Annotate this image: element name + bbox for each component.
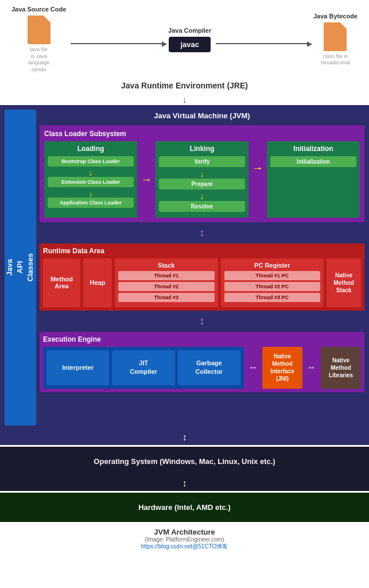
heap-box: Heap xyxy=(83,258,112,307)
arrow-down-2: ↓ xyxy=(48,189,134,198)
pc-thread1-btn: Thread #1 PC xyxy=(224,271,321,280)
init-box: Initialization Initialization xyxy=(267,141,360,218)
bytecode-file-icon xyxy=(324,22,347,51)
rda-title: Runtime Data Area xyxy=(43,247,361,255)
pc-thread3-btn: Thread #3 PC xyxy=(224,293,321,302)
stack-box: Stack Thread #1 Thread #2 Thread #3 xyxy=(115,258,218,307)
bytecode-label: Java Bytecode xyxy=(313,13,358,20)
source-label: Java Source Code xyxy=(11,6,66,13)
watermark: https://blog.csdn.net@51CTO博客 xyxy=(6,543,363,551)
linking-title: Linking xyxy=(159,145,245,153)
bytecode-desc: class file in hexadecimal xyxy=(321,53,350,67)
os-section: Operating System (Windows, Mac, Linux, U… xyxy=(0,447,369,476)
exec-right-arrow: ↔ xyxy=(306,347,317,389)
pc-thread2-btn: Thread #2 PC xyxy=(224,282,321,291)
runtime-data-area: Runtime Data Area Method Area Heap Stack… xyxy=(40,243,364,311)
loading-title: Loading xyxy=(48,145,134,153)
stack-title: Stack xyxy=(118,262,215,269)
cls-h-arrow2: → xyxy=(252,141,263,218)
hardware-label: Hardware (Intel, AMD etc.) xyxy=(138,503,231,512)
jre-label: Java Runtime Environment (JRE) xyxy=(0,76,369,95)
source-block: Java Source Code java file in Java langu… xyxy=(11,6,66,74)
cls-inner: Loading Bootstrap Class Loader ↓ Extensi… xyxy=(44,141,360,218)
jit-box: JIT Compiler xyxy=(112,350,174,385)
cls-h-arrow: → xyxy=(141,141,152,218)
exec-inner: Interpreter JIT Compiler Garbage Collect… xyxy=(43,347,361,389)
javac-button[interactable]: javac xyxy=(169,37,211,52)
jre-arrow: ↓ xyxy=(0,95,369,105)
bytecode-block: Java Bytecode class file in hexadecimal xyxy=(313,13,358,67)
os-hw-arrow: ↕ xyxy=(0,476,369,491)
init-btn[interactable]: Initialization xyxy=(270,156,356,167)
java-api-label: Java API Classes xyxy=(5,253,36,281)
compiler-label: Java Compiler xyxy=(168,27,211,34)
gc-box: Garbage Collector xyxy=(178,350,240,385)
interpreter-box: Interpreter xyxy=(46,350,109,385)
extension-loader-btn[interactable]: Extension Class Loader xyxy=(48,177,134,187)
rda-inner: Method Area Heap Stack Thread #1 Thread … xyxy=(43,258,361,307)
cls-title: Class Loader Subsystem xyxy=(44,130,360,138)
nml-box: Native Method Libraries xyxy=(321,347,361,389)
jvm-container: Java API Classes Java Virtual Machine (J… xyxy=(0,105,369,430)
class-loader-subsystem: Class Loader Subsystem Loading Bootstrap… xyxy=(40,125,364,222)
nmi-box: Native Method Interface (JNI) xyxy=(262,347,302,389)
verify-btn[interactable]: Verify xyxy=(159,156,245,167)
compiler-block: Java Compiler javac xyxy=(168,27,211,52)
source-desc: java file in Java language syntax xyxy=(28,47,49,74)
pc-register-box: PC Register Thread #1 PC Thread #2 PC Th… xyxy=(221,258,324,307)
bootstrap-loader-btn[interactable]: Bootstrap Class Loader xyxy=(48,156,134,167)
arrow-down-1: ↓ xyxy=(48,169,134,177)
footer-section: JVM Architecture (Image: PlatformEnginee… xyxy=(0,522,369,556)
resolve-btn[interactable]: Resolve xyxy=(159,201,245,212)
init-title: Initialization xyxy=(270,145,356,153)
prepare-btn[interactable]: Prepare xyxy=(159,179,245,189)
loading-box: Loading Bootstrap Class Loader ↓ Extensi… xyxy=(44,141,137,218)
footer-title: JVM Architecture xyxy=(6,528,363,536)
link-arrow-1: ↓ xyxy=(159,169,245,179)
exec-left: Interpreter JIT Compiler Garbage Collect… xyxy=(43,347,244,389)
link-arrow-2: ↓ xyxy=(159,192,245,201)
hardware-section: Hardware (Intel, AMD etc.) xyxy=(0,493,369,522)
thread3-btn: Thread #3 xyxy=(118,293,215,302)
thread2-btn: Thread #2 xyxy=(118,282,215,291)
application-loader-btn[interactable]: Application Class Loader xyxy=(48,198,134,208)
java-api-sidebar: Java API Classes xyxy=(5,110,36,425)
cls-rda-arrow: ↕ xyxy=(40,226,364,240)
linking-box: Linking Verify ↓ Prepare ↓ Resolve xyxy=(156,141,248,218)
execution-engine: Execution Engine Interpreter JIT Compile… xyxy=(40,332,364,392)
jvm-inner: Java Virtual Machine (JVM) Class Loader … xyxy=(40,110,364,425)
jvm-title: Java Virtual Machine (JVM) xyxy=(40,110,364,122)
pc-title: PC Register xyxy=(224,262,321,269)
os-label: Operating System (Windows, Mac, Linux, U… xyxy=(94,457,275,466)
footer-subtitle: (Image: PlatformEngineer.com) xyxy=(6,536,363,543)
jvm-os-arrow: ↕ xyxy=(0,430,369,445)
exec-mid-arrow: ↔ xyxy=(247,347,259,389)
top-section: Java Source Code java file in Java langu… xyxy=(0,0,369,76)
method-area: Method Area xyxy=(43,258,80,307)
rda-exec-arrow: ↕ xyxy=(40,314,364,328)
java-source-file-icon xyxy=(28,16,51,44)
native-method-stack: Native Method Stack xyxy=(327,258,361,307)
exec-title: Execution Engine xyxy=(43,335,361,343)
thread1-btn: Thread #1 xyxy=(118,271,215,280)
